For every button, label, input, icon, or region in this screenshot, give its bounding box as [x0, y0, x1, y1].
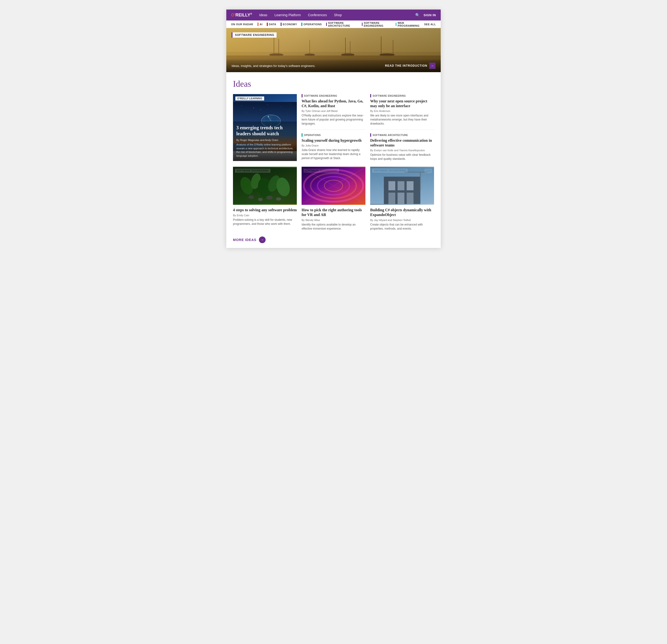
feature-card-text: 3 emerging trends tech leaders should wa…: [233, 121, 297, 161]
building-illustration: [370, 167, 434, 205]
image-card-2-byline: By Jay Hilyard and Stephen Teilhet: [370, 219, 434, 221]
radar-tag-webprog[interactable]: WEB PROGRAMMING: [396, 21, 420, 27]
article-item[interactable]: SOFTWARE ARCHITECTURE Delivering effecti…: [370, 133, 434, 161]
svg-point-41: [258, 198, 262, 201]
article-excerpt: Julia Grace shares how she learned to ra…: [302, 148, 365, 160]
hero-badge: SOFTWARE ENGINEERING: [231, 32, 277, 38]
image-card-2-title: Building C# objects dynamically with Exp…: [370, 208, 434, 217]
radar-tag-softeng[interactable]: SOFTWARE ENGINEERING: [362, 21, 391, 27]
svg-rect-60: [407, 193, 413, 204]
article-tag-label: SOFTWARE ENGINEERING: [373, 95, 406, 97]
image-card-0-title: 4 steps to solving any software problem: [233, 208, 297, 212]
more-ideas-arrow-icon: →: [259, 236, 265, 243]
hero-arrow-icon: →: [429, 63, 436, 69]
svg-rect-57: [407, 181, 413, 190]
article-tag-label: SOFTWARE ENGINEERING: [304, 95, 337, 97]
article-title[interactable]: What lies ahead for Python, Java, Go, C#…: [302, 99, 365, 109]
ideas-section-title: Ideas: [233, 79, 434, 89]
svg-point-43: [276, 197, 281, 200]
article-item[interactable]: SOFTWARE ENGINEERING What lies ahead for…: [302, 94, 365, 130]
image-card-0-excerpt: Problem-solving is a key skill for stude…: [233, 218, 297, 226]
article-title[interactable]: Why your next open source project may on…: [370, 99, 434, 109]
article-title[interactable]: Delivering effective communication in so…: [370, 138, 434, 148]
image-card-2-image: SOFTWARE ENGINEERING </>: [370, 167, 434, 205]
article-tag: SOFTWARE ARCHITECTURE: [370, 133, 434, 137]
svg-rect-55: [389, 181, 395, 190]
feature-card-title: 3 emerging trends tech leaders should wa…: [236, 125, 293, 137]
tag-bar-icon: [302, 133, 303, 137]
radar-label: ON OUR RADAR: [231, 23, 253, 26]
article-title[interactable]: Scaling yourself during hypergrowth: [302, 138, 365, 143]
radar-tag-operations[interactable]: OPERATIONS: [302, 23, 322, 26]
hero-section: SOFTWARE ENGINEERING Ideas, insights, an…: [226, 28, 441, 72]
image-card-1-title: How to pick the right authoring tools fo…: [302, 208, 365, 217]
svg-point-42: [266, 196, 273, 200]
svg-point-21: [290, 104, 290, 104]
article-tag: SOFTWARE ENGINEERING: [302, 94, 365, 97]
image-card-1-excerpt: Identify the options available to develo…: [302, 223, 365, 231]
tag-bar-icon: [302, 94, 303, 97]
radar-tag-softarch[interactable]: SOFTWARE ARCHITECTURE: [326, 21, 358, 27]
nav-right: 🔍 SIGN IN: [415, 13, 436, 17]
radar-tag-ai[interactable]: AI: [258, 23, 262, 26]
image-card-0[interactable]: SOFTWARE ENGINEERING: [233, 167, 297, 231]
svg-rect-56: [397, 181, 405, 190]
garden-illustration: [233, 167, 297, 205]
feature-card-badge: O'REILLY LEARNING: [235, 97, 264, 100]
svg-point-40: [248, 195, 254, 199]
article-byline: By Julia Grace: [302, 144, 365, 147]
radar-tag-data[interactable]: DATA: [267, 23, 276, 26]
more-ideas-link[interactable]: MORE IDEAS →: [233, 236, 434, 243]
radar-tags: AI DATA ECONOMY OPERATIONS SOFTWARE ARCH…: [258, 21, 424, 27]
svg-point-33: [268, 116, 269, 117]
sign-in-button[interactable]: SIGN IN: [424, 13, 436, 17]
article-tag: SOFTWARE ENGINEERING: [370, 94, 434, 97]
svg-rect-58: [389, 193, 395, 204]
more-ideas-label: MORE IDEAS: [233, 238, 257, 242]
page-wrapper: O'REILLY® Ideas Learning Platform Confer…: [226, 10, 441, 248]
nav-links: Ideas Learning Platform Conferences Shop: [259, 13, 342, 17]
article-tag-label: SOFTWARE ARCHITECTURE: [373, 134, 408, 136]
feature-card-excerpt: Analysis of the O'Reilly online learning…: [236, 143, 293, 158]
hero-cta-button[interactable]: READ THE INTRODUCTION →: [385, 63, 436, 69]
tag-bar-icon: [370, 94, 371, 97]
tag-bar-icon: [370, 133, 371, 137]
svg-point-17: [241, 105, 242, 105]
articles-col-2: SOFTWARE ENGINEERING What lies ahead for…: [302, 94, 365, 161]
hero-description: Ideas, insights, and strategies for toda…: [231, 64, 315, 68]
logo[interactable]: O'REILLY®: [231, 13, 252, 18]
ideas-grid: O'REILLY LEARNING 3 emerging trends tech…: [233, 94, 434, 161]
nav-ideas[interactable]: Ideas: [259, 13, 267, 17]
article-tag: OPERATIONS: [302, 133, 365, 137]
article-byline: By Evelyn van Kelle and Yiannis Kanellop…: [370, 149, 434, 152]
image-card-1[interactable]: SOFTWARE ENGINEERING: [302, 167, 365, 231]
nav-conferences[interactable]: Conferences: [308, 13, 327, 17]
image-card-2-excerpt: Create objects that can be enhanced with…: [370, 223, 434, 231]
image-card-2[interactable]: SOFTWARE ENGINEERING </>: [370, 167, 434, 231]
image-card-0-byline: By Emily Cain: [233, 214, 297, 217]
article-byline: By Tyler Ortman and Jeff Bleiel: [302, 110, 365, 112]
hero-content: SOFTWARE ENGINEERING: [231, 32, 277, 38]
articles-col-3: SOFTWARE ENGINEERING Why your next open …: [370, 94, 434, 161]
hero-bottom: Ideas, insights, and strategies for toda…: [231, 63, 436, 69]
nav-learning-platform[interactable]: Learning Platform: [274, 13, 301, 17]
article-tag-label: OPERATIONS: [304, 134, 321, 136]
radar-bar: ON OUR RADAR AI DATA ECONOMY OPERATIONS …: [226, 20, 441, 28]
navbar: O'REILLY® Ideas Learning Platform Confer…: [226, 10, 441, 20]
article-item[interactable]: SOFTWARE ENGINEERING Why your next open …: [370, 94, 434, 130]
radar-tag-economy[interactable]: ECONOMY: [281, 23, 297, 26]
main-content: Ideas: [226, 72, 441, 248]
article-item[interactable]: OPERATIONS Scaling yourself during hyper…: [302, 133, 365, 160]
feature-card[interactable]: O'REILLY LEARNING 3 emerging trends tech…: [233, 94, 297, 161]
feature-card-byline: By Roger Magoulas and Andy Oram: [236, 138, 293, 142]
svg-point-18: [254, 108, 254, 109]
image-cards-row: SOFTWARE ENGINEERING: [233, 167, 434, 231]
svg-rect-59: [397, 193, 405, 204]
search-icon[interactable]: 🔍: [415, 13, 420, 17]
svg-point-23: [260, 110, 261, 110]
hero-cta-text: READ THE INTRODUCTION: [385, 64, 427, 67]
image-card-1-image: SOFTWARE ENGINEERING: [302, 167, 365, 205]
nav-shop[interactable]: Shop: [334, 13, 342, 17]
vr-illustration: [302, 167, 365, 205]
see-all-link[interactable]: SEE ALL: [424, 23, 436, 26]
